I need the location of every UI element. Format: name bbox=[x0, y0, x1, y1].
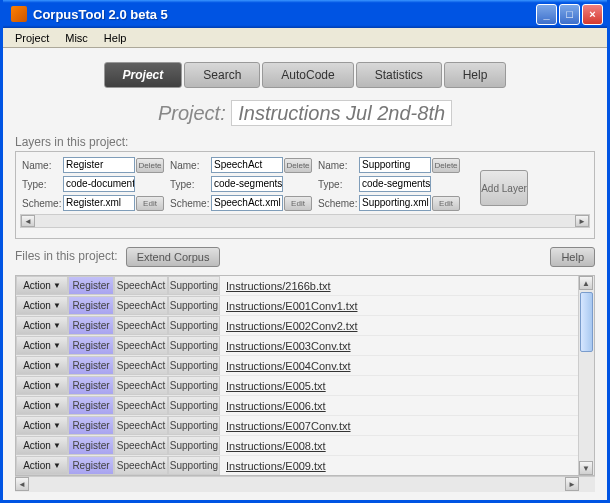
supporting-button[interactable]: Supporting bbox=[168, 376, 220, 395]
supporting-button[interactable]: Supporting bbox=[168, 456, 220, 475]
speechact-button[interactable]: SpeechAct bbox=[114, 336, 168, 355]
file-path-link[interactable]: Instructions/E005.txt bbox=[220, 376, 578, 395]
supporting-button[interactable]: Supporting bbox=[168, 356, 220, 375]
file-path-link[interactable]: Instructions/E003Conv.txt bbox=[220, 336, 578, 355]
register-button[interactable]: Register bbox=[68, 376, 114, 395]
tab-search[interactable]: Search bbox=[184, 62, 260, 88]
file-path-link[interactable]: Instructions/E009.txt bbox=[220, 456, 578, 475]
file-path-link[interactable]: Instructions/2166b.txt bbox=[220, 276, 578, 295]
supporting-button[interactable]: Supporting bbox=[168, 276, 220, 295]
scroll-thumb[interactable] bbox=[580, 292, 593, 352]
menu-project[interactable]: Project bbox=[7, 30, 57, 46]
layer-name-field[interactable]: SpeechAct bbox=[211, 157, 283, 173]
chevron-down-icon: ▼ bbox=[53, 461, 61, 470]
file-path-link[interactable]: Instructions/E008.txt bbox=[220, 436, 578, 455]
scroll-right-icon[interactable]: ► bbox=[575, 215, 589, 227]
layer-scheme-field[interactable]: Register.xml bbox=[63, 195, 135, 211]
file-path-link[interactable]: Instructions/E006.txt bbox=[220, 396, 578, 415]
action-dropdown[interactable]: Action▼ bbox=[16, 276, 68, 295]
menu-help[interactable]: Help bbox=[96, 30, 135, 46]
chevron-down-icon: ▼ bbox=[53, 401, 61, 410]
speechact-button[interactable]: SpeechAct bbox=[114, 396, 168, 415]
app-window: CorpusTool 2.0 beta 5 _ □ × Project Misc… bbox=[0, 0, 610, 503]
table-row: Action▼RegisterSpeechActSupportingInstru… bbox=[16, 436, 578, 456]
minimize-button[interactable]: _ bbox=[536, 4, 557, 25]
edit-layer-button[interactable]: Edit bbox=[432, 196, 460, 211]
scroll-left-icon[interactable]: ◄ bbox=[21, 215, 35, 227]
supporting-button[interactable]: Supporting bbox=[168, 336, 220, 355]
action-dropdown[interactable]: Action▼ bbox=[16, 316, 68, 335]
register-button[interactable]: Register bbox=[68, 296, 114, 315]
name-label: Name: bbox=[20, 160, 62, 171]
tab-help[interactable]: Help bbox=[444, 62, 507, 88]
action-dropdown[interactable]: Action▼ bbox=[16, 376, 68, 395]
layer-type-field[interactable]: code-segments bbox=[359, 176, 431, 192]
layer-scheme-field[interactable]: SpeechAct.xml bbox=[211, 195, 283, 211]
register-button[interactable]: Register bbox=[68, 356, 114, 375]
supporting-button[interactable]: Supporting bbox=[168, 416, 220, 435]
chevron-down-icon: ▼ bbox=[53, 301, 61, 310]
file-path-link[interactable]: Instructions/E002Conv2.txt bbox=[220, 316, 578, 335]
files-hscrollbar[interactable]: ◄ ► bbox=[15, 476, 595, 492]
file-path-link[interactable]: Instructions/E007Conv.txt bbox=[220, 416, 578, 435]
action-dropdown[interactable]: Action▼ bbox=[16, 416, 68, 435]
tab-project[interactable]: Project bbox=[104, 62, 183, 88]
speechact-button[interactable]: SpeechAct bbox=[114, 316, 168, 335]
help-button[interactable]: Help bbox=[550, 247, 595, 267]
supporting-button[interactable]: Supporting bbox=[168, 436, 220, 455]
register-button[interactable]: Register bbox=[68, 316, 114, 335]
layer-name-field[interactable]: Supporting bbox=[359, 157, 431, 173]
speechact-button[interactable]: SpeechAct bbox=[114, 416, 168, 435]
tab-autocode[interactable]: AutoCode bbox=[262, 62, 353, 88]
file-path-link[interactable]: Instructions/E001Conv1.txt bbox=[220, 296, 578, 315]
edit-layer-button[interactable]: Edit bbox=[136, 196, 164, 211]
register-button[interactable]: Register bbox=[68, 336, 114, 355]
scheme-label: Scheme: bbox=[168, 198, 210, 209]
speechact-button[interactable]: SpeechAct bbox=[114, 356, 168, 375]
delete-layer-button[interactable]: Delete bbox=[136, 158, 164, 173]
speechact-button[interactable]: SpeechAct bbox=[114, 296, 168, 315]
content-area: Project Search AutoCode Statistics Help … bbox=[3, 48, 607, 500]
scroll-up-icon[interactable]: ▲ bbox=[579, 276, 593, 290]
app-icon bbox=[11, 6, 27, 22]
layer-column: Name:RegisterDeleteType:code-documentSch… bbox=[20, 156, 164, 212]
file-path-link[interactable]: Instructions/E004Conv.txt bbox=[220, 356, 578, 375]
add-layer-button[interactable]: Add Layer bbox=[480, 170, 528, 206]
close-button[interactable]: × bbox=[582, 4, 603, 25]
register-button[interactable]: Register bbox=[68, 276, 114, 295]
delete-layer-button[interactable]: Delete bbox=[432, 158, 460, 173]
layers-hscrollbar[interactable]: ◄ ► bbox=[20, 214, 590, 228]
action-dropdown[interactable]: Action▼ bbox=[16, 356, 68, 375]
maximize-button[interactable]: □ bbox=[559, 4, 580, 25]
action-dropdown[interactable]: Action▼ bbox=[16, 296, 68, 315]
supporting-button[interactable]: Supporting bbox=[168, 296, 220, 315]
supporting-button[interactable]: Supporting bbox=[168, 396, 220, 415]
layer-type-field[interactable]: code-segments bbox=[211, 176, 283, 192]
action-dropdown[interactable]: Action▼ bbox=[16, 456, 68, 475]
window-title: CorpusTool 2.0 beta 5 bbox=[33, 7, 536, 22]
layer-name-field[interactable]: Register bbox=[63, 157, 135, 173]
scroll-left-icon[interactable]: ◄ bbox=[15, 477, 29, 491]
action-dropdown[interactable]: Action▼ bbox=[16, 396, 68, 415]
layer-type-field[interactable]: code-document bbox=[63, 176, 135, 192]
supporting-button[interactable]: Supporting bbox=[168, 316, 220, 335]
edit-layer-button[interactable]: Edit bbox=[284, 196, 312, 211]
register-button[interactable]: Register bbox=[68, 396, 114, 415]
extend-corpus-button[interactable]: Extend Corpus bbox=[126, 247, 221, 267]
files-vscrollbar[interactable]: ▲ ▼ bbox=[578, 276, 594, 475]
speechact-button[interactable]: SpeechAct bbox=[114, 456, 168, 475]
delete-layer-button[interactable]: Delete bbox=[284, 158, 312, 173]
scroll-right-icon[interactable]: ► bbox=[565, 477, 579, 491]
speechact-button[interactable]: SpeechAct bbox=[114, 276, 168, 295]
register-button[interactable]: Register bbox=[68, 416, 114, 435]
register-button[interactable]: Register bbox=[68, 436, 114, 455]
action-dropdown[interactable]: Action▼ bbox=[16, 436, 68, 455]
speechact-button[interactable]: SpeechAct bbox=[114, 436, 168, 455]
menu-misc[interactable]: Misc bbox=[57, 30, 96, 46]
tab-statistics[interactable]: Statistics bbox=[356, 62, 442, 88]
action-dropdown[interactable]: Action▼ bbox=[16, 336, 68, 355]
register-button[interactable]: Register bbox=[68, 456, 114, 475]
scroll-down-icon[interactable]: ▼ bbox=[579, 461, 593, 475]
speechact-button[interactable]: SpeechAct bbox=[114, 376, 168, 395]
layer-scheme-field[interactable]: Supporting.xml bbox=[359, 195, 431, 211]
